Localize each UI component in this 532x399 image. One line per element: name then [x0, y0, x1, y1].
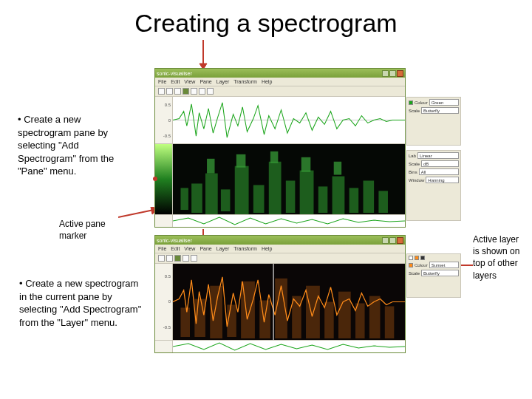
layer-tab-icon[interactable]	[409, 256, 413, 260]
menu-file[interactable]: File	[158, 246, 166, 251]
label-active-pane-marker: Active pane marker	[59, 219, 106, 242]
colour-dropdown[interactable]: Green	[429, 99, 459, 106]
waveform-pane-green[interactable]	[173, 97, 405, 143]
bins-dropdown[interactable]: All	[419, 168, 459, 175]
play-icon[interactable]	[183, 88, 189, 95]
close-icon[interactable]	[397, 70, 403, 77]
svg-rect-25	[236, 154, 246, 168]
svg-rect-38	[306, 286, 320, 338]
window-titlebar: sonic-visualiser	[155, 236, 405, 245]
menu-layer[interactable]: Layer	[216, 246, 230, 251]
svg-line-2	[118, 210, 154, 217]
tool-icon[interactable]	[158, 255, 165, 262]
toolbar	[155, 253, 405, 264]
side-label: Scale	[409, 271, 420, 276]
svg-rect-14	[235, 166, 249, 214]
menu-layer[interactable]: Layer	[216, 79, 230, 84]
side-label: Colour	[415, 100, 428, 105]
menu-help[interactable]: Help	[262, 246, 272, 251]
tool-icon[interactable]	[166, 88, 173, 95]
svg-rect-30	[180, 307, 190, 337]
svg-rect-23	[378, 191, 388, 213]
close-icon[interactable]	[397, 237, 403, 244]
toolbar	[155, 86, 405, 97]
overview-ruler	[155, 341, 173, 352]
svg-rect-10	[180, 188, 188, 210]
lab-dropdown[interactable]: Linear	[417, 152, 459, 159]
maximize-icon[interactable]	[389, 70, 396, 77]
svg-rect-16	[269, 162, 282, 214]
menu-bar: File Edit View Pane Layer Transform Help	[155, 245, 405, 253]
svg-rect-31	[194, 299, 205, 338]
tool-icon[interactable]	[174, 88, 181, 95]
tool-icon[interactable]	[199, 88, 205, 95]
label-active-layer: Active layer is shown on top of other la…	[473, 233, 526, 282]
layer-properties-panel: ColourSunset ScaleButterfly	[406, 253, 461, 298]
menu-view[interactable]: View	[184, 79, 195, 84]
tool-icon[interactable]	[158, 88, 165, 95]
layer-properties-panel: ColourGreen ScaleButterfly	[406, 97, 461, 146]
screenshot-window-1: sonic-visualiser File Edit View Pane Lay…	[154, 68, 406, 228]
layer-tab-icon[interactable]	[415, 256, 419, 260]
active-pane-marker-dot	[153, 177, 157, 181]
menu-bar: File Edit View Pane Layer Transform Help	[155, 78, 405, 86]
svg-rect-24	[207, 159, 214, 174]
menu-transform[interactable]: Transform	[233, 79, 257, 84]
menu-view[interactable]: View	[184, 246, 195, 251]
svg-rect-41	[355, 303, 365, 338]
colour-dropdown[interactable]: Sunset	[429, 262, 459, 268]
maximize-icon[interactable]	[389, 237, 396, 244]
overview-pane[interactable]	[173, 215, 405, 227]
svg-rect-21	[349, 188, 359, 213]
menu-file[interactable]: File	[158, 79, 166, 84]
tool-icon[interactable]	[191, 255, 197, 262]
colour-swatch-icon	[409, 263, 413, 267]
bullet-layer-menu: • Create a new spectrogram in the curren…	[19, 277, 145, 329]
scale-dropdown[interactable]: Butterfly	[421, 270, 459, 276]
spectrogram-pane[interactable]	[173, 144, 405, 214]
screenshot-window-2: sonic-visualiser File Edit View Pane Lay…	[154, 235, 406, 353]
minimize-icon[interactable]	[382, 237, 389, 244]
svg-rect-27	[301, 157, 311, 172]
scale-dropdown[interactable]: Butterfly	[421, 107, 459, 114]
svg-rect-22	[363, 180, 374, 213]
overview-pane[interactable]	[173, 341, 405, 352]
scale2-dropdown[interactable]: dB	[421, 160, 459, 167]
tool-icon[interactable]	[191, 88, 197, 95]
tool-icon[interactable]	[207, 88, 214, 95]
menu-edit[interactable]: Edit	[171, 246, 180, 251]
window-titlebar: sonic-visualiser	[155, 69, 405, 78]
combined-ruler: 0.50-0.5	[155, 264, 173, 340]
svg-rect-11	[191, 183, 202, 213]
svg-rect-43	[385, 306, 395, 338]
svg-rect-42	[369, 296, 381, 338]
combined-pane[interactable]	[173, 264, 405, 340]
side-label: Scale	[409, 162, 420, 166]
svg-rect-20	[332, 177, 345, 214]
minimize-icon[interactable]	[382, 70, 389, 77]
menu-pane[interactable]: Pane	[200, 246, 211, 251]
side-label: Window	[409, 178, 424, 183]
side-label: Colour	[415, 263, 428, 267]
menu-transform[interactable]: Transform	[233, 246, 257, 251]
arrow-to-active-marker	[118, 207, 160, 220]
window-title: sonic-visualiser	[157, 238, 192, 243]
svg-rect-39	[324, 302, 334, 339]
play-icon[interactable]	[174, 255, 181, 262]
svg-rect-19	[318, 186, 328, 213]
svg-rect-28	[334, 162, 341, 175]
window-dropdown[interactable]: Hanning	[426, 177, 459, 183]
svg-rect-18	[300, 171, 314, 214]
colour-swatch-icon	[409, 100, 413, 105]
side-label: Lab	[409, 154, 416, 158]
tool-icon[interactable]	[166, 255, 173, 262]
tool-icon[interactable]	[183, 255, 189, 262]
menu-pane[interactable]: Pane	[200, 79, 211, 84]
overview-ruler	[155, 215, 173, 227]
svg-rect-17	[286, 180, 296, 213]
layer-tab-icon[interactable]	[420, 256, 425, 260]
menu-edit[interactable]: Edit	[171, 79, 180, 84]
menu-help[interactable]: Help	[262, 79, 272, 84]
arrow-to-pane-menu	[198, 40, 208, 69]
spectro-ruler	[155, 144, 173, 214]
